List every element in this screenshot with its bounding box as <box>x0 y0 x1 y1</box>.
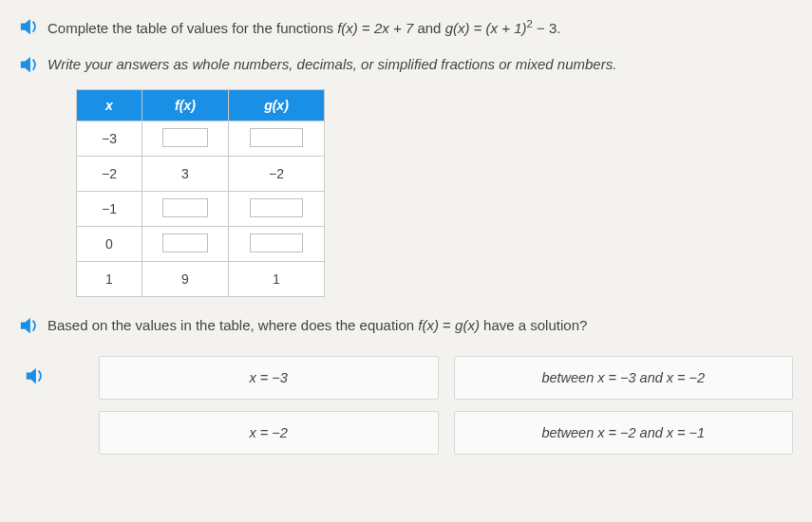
prompt-1-text: Complete the table of values for the fun… <box>47 15 560 40</box>
x-cell: −1 <box>77 192 142 227</box>
g-rhs-base: (x + 1) <box>486 20 527 36</box>
prompt-3-row: Based on the values in the table, where … <box>19 314 793 337</box>
fx-cell: 9 <box>142 262 229 297</box>
gx-cell <box>229 227 325 262</box>
x-cell: −2 <box>77 157 142 192</box>
gx-cell: −2 <box>229 157 325 192</box>
table-row: 1 9 1 <box>77 262 325 297</box>
fx-cell <box>142 121 229 157</box>
eq-left: f(x) <box>418 317 439 333</box>
options-grid-wrap: x = −3 between x = −3 and x = −2 x = −2 … <box>57 350 793 455</box>
x-cell: −3 <box>77 121 142 157</box>
options-grid: x = −3 between x = −3 and x = −2 x = −2 … <box>99 356 793 455</box>
gx-input[interactable] <box>250 198 303 217</box>
option-c[interactable]: x = −2 <box>99 411 439 455</box>
table-row: 0 <box>77 227 325 262</box>
table-header-row: x f(x) g(x) <box>77 90 325 121</box>
fx-input[interactable] <box>162 233 208 252</box>
x-cell: 1 <box>77 262 142 297</box>
prompt-3-prefix: Based on the values in the table, where … <box>47 317 418 333</box>
col-header-x: x <box>77 90 142 121</box>
speaker-icon[interactable] <box>19 317 40 334</box>
gx-cell <box>229 121 325 157</box>
speaker-icon[interactable] <box>19 18 40 35</box>
option-b-label: between x = −3 and x = −2 <box>541 370 705 385</box>
speaker-icon[interactable] <box>25 367 46 384</box>
fx-cell: 3 <box>142 157 229 192</box>
speaker-icon[interactable] <box>19 56 40 73</box>
fx-cell <box>142 192 229 227</box>
gx-cell <box>229 192 325 227</box>
prompt-3-suffix: have a solution? <box>483 317 587 333</box>
f-rhs: 2x + 7 <box>374 20 413 36</box>
option-c-label: x = −2 <box>250 425 288 440</box>
prompt-2-content: Write your answers as whole numbers, dec… <box>47 56 616 72</box>
table-row: −3 <box>77 121 325 157</box>
options-row: x = −3 between x = −3 and x = −2 x = −2 … <box>19 350 793 455</box>
prompt-1-prefix: Complete the table of values for the fun… <box>47 20 337 36</box>
f-lhs: f(x) <box>337 20 358 36</box>
option-a[interactable]: x = −3 <box>99 356 439 400</box>
option-d-label: between x = −2 and x = −1 <box>541 425 705 440</box>
option-a-label: x = −3 <box>250 370 288 385</box>
col-header-gx: g(x) <box>229 90 325 121</box>
eq-right: g(x) <box>455 317 480 333</box>
fx-input[interactable] <box>162 128 208 147</box>
values-table: x f(x) g(x) −3 −2 3 −2 −1 0 <box>76 89 325 297</box>
fx-cell <box>142 227 229 262</box>
option-d[interactable]: between x = −2 and x = −1 <box>454 411 794 455</box>
prompt-1-mid: and <box>417 20 444 36</box>
gx-input[interactable] <box>250 233 303 252</box>
prompt-3-text: Based on the values in the table, where … <box>47 314 587 337</box>
table-body: −3 −2 3 −2 −1 0 1 9 1 <box>77 121 325 297</box>
fx-input[interactable] <box>162 198 208 217</box>
x-cell: 0 <box>77 227 142 262</box>
gx-input[interactable] <box>250 128 303 147</box>
table-row: −2 3 −2 <box>77 157 325 192</box>
values-table-wrap: x f(x) g(x) −3 −2 3 −2 −1 0 <box>76 89 793 297</box>
g-lhs: g(x) <box>445 20 470 36</box>
g-rhs-tail: − 3 <box>533 20 557 36</box>
table-row: −1 <box>77 192 325 227</box>
prompt-2-text: Write your answers as whole numbers, dec… <box>47 53 616 76</box>
prompt-1-suffix: . <box>557 20 560 36</box>
prompt-1-row: Complete the table of values for the fun… <box>19 15 793 40</box>
eq-mid: = <box>439 317 455 333</box>
prompt-2-row: Write your answers as whole numbers, dec… <box>19 53 793 76</box>
option-b[interactable]: between x = −3 and x = −2 <box>454 356 794 400</box>
col-header-fx: f(x) <box>142 90 229 121</box>
gx-cell: 1 <box>229 262 325 297</box>
